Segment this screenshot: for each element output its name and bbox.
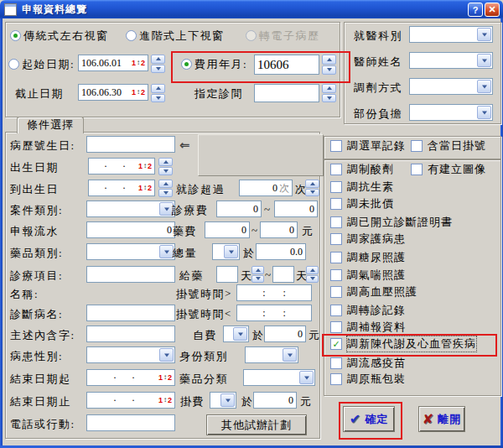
case-type-select[interactable] bbox=[86, 201, 175, 217]
checkbox-include-today[interactable]: 含當日掛號 bbox=[411, 138, 486, 154]
checkbox-hypertension-care[interactable]: 調高血壓照護 bbox=[330, 284, 417, 300]
checkbox-box[interactable] bbox=[330, 216, 342, 228]
checkbox-unbilled[interactable]: 調未批價 bbox=[330, 196, 394, 211]
checkbox-metabolic-cardiovascular[interactable]: ✓ 調新陳代謝及心血管疾病 bbox=[330, 336, 476, 352]
chart-birth-input[interactable] bbox=[86, 136, 175, 153]
regtime-lt-input[interactable]: : : bbox=[236, 305, 312, 321]
other-pilot-plan-button[interactable]: 其他試辦計劃 bbox=[206, 414, 307, 435]
checkbox-box[interactable] bbox=[330, 305, 342, 316]
stop-date-input[interactable]: 106.06.30 1↕2 bbox=[78, 84, 148, 101]
fee-month-input[interactable]: 10606 bbox=[254, 55, 319, 75]
regfee-op-select[interactable] bbox=[210, 392, 236, 409]
radio-start-date[interactable] bbox=[8, 59, 19, 70]
complaint-input[interactable] bbox=[86, 326, 175, 342]
stop-date-spinner[interactable] bbox=[151, 84, 165, 102]
checkbox-box[interactable] bbox=[330, 321, 342, 333]
date-picker-icon[interactable]: 1↕2 bbox=[158, 397, 172, 404]
radio-advanced-view[interactable] bbox=[126, 30, 137, 41]
checkmark-icon[interactable]: ✓ bbox=[330, 338, 342, 350]
end-to-input[interactable]: · · 1↕2 bbox=[86, 392, 175, 409]
checkbox-has-image[interactable]: 有建立圖像 bbox=[411, 162, 486, 177]
checkbox-antibiotic[interactable]: 調抗生素 bbox=[330, 180, 394, 195]
radio-fee-month[interactable] bbox=[181, 59, 192, 70]
dispense-from-input[interactable] bbox=[216, 266, 238, 283]
ok-button[interactable]: ✔ 確定 bbox=[343, 406, 395, 432]
start-date-input[interactable]: 106.06.01 1↕2 bbox=[78, 55, 148, 71]
checkbox-menu-record[interactable]: 調選單記錄 bbox=[330, 138, 406, 154]
close-button[interactable]: ✕ bbox=[485, 3, 500, 17]
total-op-select[interactable] bbox=[212, 243, 240, 260]
checkbox-antacid[interactable]: 調制酸劑 bbox=[330, 162, 394, 177]
drug-fee-from-input[interactable]: 0 bbox=[205, 221, 250, 238]
drug-fee-to-input[interactable]: 0 bbox=[260, 221, 298, 238]
gender-select[interactable] bbox=[86, 346, 175, 363]
diagnosis-input[interactable] bbox=[86, 305, 175, 321]
checkbox-homecare[interactable]: 調家護病患 bbox=[330, 232, 406, 247]
checkbox-box[interactable] bbox=[330, 198, 342, 210]
checkbox-box[interactable] bbox=[330, 269, 342, 281]
chevron-down-icon[interactable] bbox=[477, 28, 491, 41]
checkbox-original-bottle[interactable]: 調原瓶包裝 bbox=[330, 372, 406, 387]
consult-fee-from-input[interactable]: 0 bbox=[216, 201, 262, 217]
drug-class-select[interactable] bbox=[243, 369, 315, 386]
serial-input[interactable]: 0 bbox=[86, 221, 175, 238]
checkbox-diabetes-care[interactable]: 調糖尿照護 bbox=[330, 250, 406, 265]
checkbox-box[interactable] bbox=[330, 373, 342, 385]
radio-traditional-view[interactable] bbox=[10, 30, 21, 41]
treat-item-input[interactable] bbox=[86, 266, 175, 283]
visits-spinner[interactable] bbox=[305, 180, 319, 196]
birth-date-input[interactable]: · · 1↕2 bbox=[88, 158, 155, 175]
dept-select[interactable] bbox=[409, 26, 493, 43]
phone-input[interactable] bbox=[86, 414, 175, 431]
checkbox-box[interactable] bbox=[330, 286, 342, 298]
chevron-down-icon[interactable] bbox=[477, 80, 491, 93]
regfee-input[interactable]: 0 bbox=[253, 392, 297, 409]
start-date-spinner[interactable] bbox=[151, 55, 165, 73]
date-picker-icon[interactable]: 1↕2 bbox=[138, 163, 152, 170]
checkbox-box[interactable] bbox=[330, 233, 342, 245]
chevron-down-icon[interactable] bbox=[477, 54, 491, 67]
selfpay-input[interactable]: 0 bbox=[264, 326, 306, 342]
checkbox-flu-vaccine[interactable]: 調流感疫苗 bbox=[330, 356, 406, 371]
end-from-input[interactable]: · · 1↕2 bbox=[86, 369, 175, 386]
drug-type-select[interactable] bbox=[86, 243, 175, 260]
to-birth-spinner[interactable] bbox=[158, 180, 173, 197]
chevron-down-icon[interactable] bbox=[159, 245, 174, 258]
chevron-down-icon[interactable] bbox=[159, 348, 174, 362]
date-picker-icon[interactable]: 1↕2 bbox=[132, 89, 145, 96]
dispense-to-input[interactable] bbox=[272, 266, 294, 283]
chevron-down-icon[interactable] bbox=[233, 327, 247, 341]
chevron-down-icon[interactable] bbox=[299, 371, 314, 384]
room-input[interactable] bbox=[254, 84, 319, 102]
checkbox-box[interactable] bbox=[330, 252, 342, 263]
to-birth-input[interactable]: · · 1↕2 bbox=[88, 180, 155, 196]
chevron-down-icon[interactable] bbox=[283, 348, 297, 362]
chevron-down-icon[interactable] bbox=[224, 245, 238, 258]
checkbox-box[interactable] bbox=[411, 164, 423, 175]
fee-month-spinner[interactable] bbox=[322, 55, 336, 75]
exit-button[interactable]: ✘ 離開 bbox=[418, 406, 465, 432]
checkbox-box[interactable] bbox=[330, 181, 342, 193]
copay-select[interactable] bbox=[409, 104, 493, 121]
total-input[interactable]: 0.0 bbox=[256, 243, 306, 260]
date-picker-icon[interactable]: 1↕2 bbox=[132, 60, 145, 67]
checkbox-referral-record[interactable]: 調轉診記錄 bbox=[330, 303, 406, 318]
checkbox-asthma-care[interactable]: 調氣喘照護 bbox=[330, 268, 406, 283]
checkbox-supplement-data[interactable]: 調補報資料 bbox=[330, 320, 406, 335]
tab-condition-select[interactable]: 條件選擇 bbox=[17, 117, 84, 133]
date-picker-icon[interactable]: 1↕2 bbox=[158, 374, 172, 382]
selfpay-op-select[interactable] bbox=[223, 326, 249, 342]
title-bar[interactable]: 申報資料總覽 ? ✕ bbox=[0, 0, 503, 18]
identity-select[interactable] bbox=[245, 346, 298, 363]
chevron-down-icon[interactable] bbox=[220, 393, 235, 407]
checkbox-box[interactable] bbox=[330, 140, 342, 152]
birth-date-spinner[interactable] bbox=[158, 158, 173, 175]
doctor-select[interactable] bbox=[409, 52, 493, 69]
help-button[interactable]: ? bbox=[468, 3, 483, 17]
checkbox-diagnosis-certificate[interactable]: 調已開立診斷證明書 bbox=[330, 215, 453, 230]
chevron-down-icon[interactable] bbox=[477, 106, 491, 119]
room-spinner[interactable] bbox=[322, 84, 336, 102]
checkbox-box[interactable] bbox=[330, 357, 342, 369]
dispense-method-select[interactable] bbox=[409, 78, 493, 95]
checkbox-box[interactable] bbox=[411, 140, 423, 152]
